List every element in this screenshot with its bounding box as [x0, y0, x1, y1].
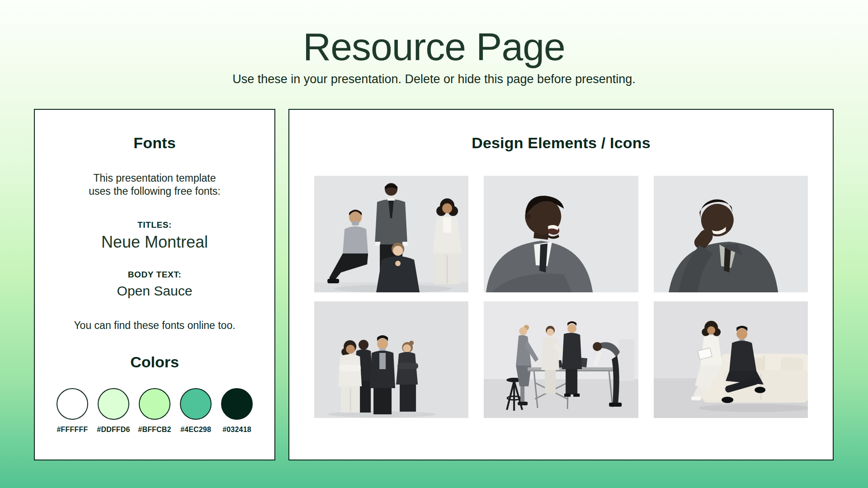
design-elements-card: Design Elements / Icons: [288, 109, 834, 460]
fonts-card: Fonts This presentation template uses th…: [34, 109, 275, 460]
color-swatch-label: #032418: [222, 426, 251, 434]
color-swatch-white: #FFFFFF: [54, 388, 91, 434]
fonts-note: You can find these fonts online too.: [35, 319, 274, 332]
fonts-intro-line-2: uses the following free fonts:: [35, 185, 274, 198]
color-swatch-label: #FFFFFF: [57, 426, 88, 434]
page-header: Resource Page Use these in your presenta…: [0, 26, 868, 86]
photo-laughing-man: [484, 176, 638, 292]
body-font-name: Open Sauce: [35, 283, 274, 299]
titles-label: TITLES:: [35, 220, 274, 230]
color-swatch-circle: [57, 388, 88, 420]
page-subtitle: Use these in your presentation. Delete o…: [0, 72, 868, 86]
photo-laughing-man-image: [484, 176, 638, 292]
body-text-label: BODY TEXT:: [35, 270, 274, 280]
photo-grid: [314, 176, 808, 418]
photo-sofa-pair-image: [654, 301, 808, 418]
photo-sofa-pair: [654, 301, 808, 418]
color-swatch-label: #DDFFD6: [97, 426, 130, 434]
color-swatch-row: #FFFFFF #DDFFD6 #BFFCB2 #4EC298 #032418: [35, 388, 274, 434]
standing-woman-right: [433, 198, 462, 284]
photo-team-studio-image: [314, 176, 468, 292]
color-swatch-circle: [139, 388, 170, 420]
color-swatch-circle: [98, 388, 129, 420]
color-swatch-label: #4EC298: [180, 426, 211, 434]
photo-standing-group-image: [314, 301, 468, 418]
color-swatch-circle: [180, 388, 212, 420]
photo-smiling-man-image: [654, 176, 808, 292]
photo-meeting-table: [484, 301, 638, 418]
photo-team-studio: [314, 176, 468, 292]
colors-heading: Colors: [35, 353, 274, 371]
color-swatch-lightest-green: #DDFFD6: [95, 388, 132, 434]
fonts-intro: This presentation template uses the foll…: [35, 172, 274, 197]
page-title: Resource Page: [0, 26, 868, 67]
titles-font-name: Neue Montreal: [35, 233, 274, 252]
photo-standing-group: [314, 301, 468, 418]
fonts-intro-line-1: This presentation template: [35, 172, 274, 185]
color-swatch-label: #BFFCB2: [138, 426, 171, 434]
fonts-heading: Fonts: [35, 134, 274, 152]
photo-smiling-man: [654, 176, 808, 292]
color-swatch-dark-green: #032418: [218, 388, 255, 434]
color-swatch-light-green: #BFFCB2: [136, 388, 173, 434]
photo-meeting-table-image: [484, 301, 638, 418]
resource-page-slide: Resource Page Use these in your presenta…: [0, 0, 868, 488]
color-swatch-circle: [221, 388, 253, 420]
design-elements-heading: Design Elements / Icons: [289, 134, 833, 152]
color-swatch-teal-green: #4EC298: [177, 388, 214, 434]
